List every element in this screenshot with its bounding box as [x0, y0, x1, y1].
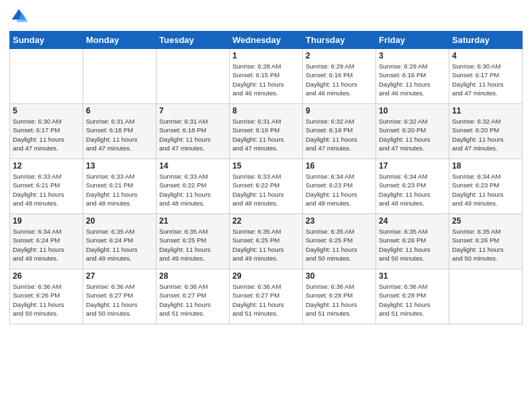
day-info: Sunrise: 6:34 AM Sunset: 6:24 PM Dayligh… [13, 227, 80, 263]
day-info: Sunrise: 6:29 AM Sunset: 6:16 PM Dayligh… [306, 62, 373, 97]
calendar-cell [83, 49, 157, 104]
day-number: 18 [452, 161, 519, 171]
day-number: 9 [306, 106, 373, 116]
calendar-cell: 15Sunrise: 6:33 AM Sunset: 6:22 PM Dayli… [230, 159, 303, 214]
day-info: Sunrise: 6:36 AM Sunset: 6:28 PM Dayligh… [379, 282, 446, 318]
day-info: Sunrise: 6:31 AM Sunset: 6:18 PM Dayligh… [159, 117, 226, 152]
day-info: Sunrise: 6:30 AM Sunset: 6:17 PM Dayligh… [452, 62, 519, 97]
day-number: 25 [452, 216, 519, 226]
day-number: 20 [86, 216, 153, 226]
calendar-cell: 10Sunrise: 6:32 AM Sunset: 6:20 PM Dayli… [376, 104, 449, 159]
day-info: Sunrise: 6:36 AM Sunset: 6:27 PM Dayligh… [86, 282, 153, 318]
day-number: 23 [306, 216, 373, 226]
day-number: 16 [306, 161, 373, 171]
day-number: 30 [306, 271, 373, 281]
calendar-cell: 21Sunrise: 6:35 AM Sunset: 6:25 PM Dayli… [157, 214, 230, 269]
calendar-cell: 4Sunrise: 6:30 AM Sunset: 6:17 PM Daylig… [449, 49, 523, 104]
day-info: Sunrise: 6:28 AM Sunset: 6:15 PM Dayligh… [232, 62, 300, 97]
calendar-cell: 20Sunrise: 6:35 AM Sunset: 6:24 PM Dayli… [83, 214, 157, 269]
calendar-cell: 31Sunrise: 6:36 AM Sunset: 6:28 PM Dayli… [376, 269, 449, 324]
day-info: Sunrise: 6:29 AM Sunset: 6:16 PM Dayligh… [379, 62, 446, 97]
day-number: 22 [232, 216, 300, 226]
calendar-cell: 19Sunrise: 6:34 AM Sunset: 6:24 PM Dayli… [10, 214, 83, 269]
day-number: 4 [452, 51, 519, 60]
calendar-week-5: 26Sunrise: 6:36 AM Sunset: 6:26 PM Dayli… [10, 269, 523, 324]
day-info: Sunrise: 6:34 AM Sunset: 6:23 PM Dayligh… [379, 172, 446, 208]
day-info: Sunrise: 6:36 AM Sunset: 6:27 PM Dayligh… [159, 282, 226, 318]
calendar-week-1: 1Sunrise: 6:28 AM Sunset: 6:15 PM Daylig… [10, 49, 523, 104]
calendar-cell: 18Sunrise: 6:34 AM Sunset: 6:23 PM Dayli… [449, 159, 523, 214]
day-number: 27 [86, 271, 153, 281]
day-number: 19 [13, 216, 80, 226]
weekday-sunday: Sunday [10, 32, 83, 49]
weekday-friday: Friday [376, 32, 449, 49]
calendar-cell: 30Sunrise: 6:36 AM Sunset: 6:28 PM Dayli… [303, 269, 376, 324]
weekday-header-row: SundayMondayTuesdayWednesdayThursdayFrid… [10, 32, 523, 49]
day-info: Sunrise: 6:35 AM Sunset: 6:26 PM Dayligh… [452, 227, 519, 263]
weekday-tuesday: Tuesday [157, 32, 230, 49]
calendar-cell: 3Sunrise: 6:29 AM Sunset: 6:16 PM Daylig… [376, 49, 449, 104]
day-number: 2 [306, 51, 373, 60]
day-number: 10 [379, 106, 446, 116]
day-number: 29 [232, 271, 300, 281]
weekday-saturday: Saturday [449, 32, 523, 49]
calendar-cell: 12Sunrise: 6:33 AM Sunset: 6:21 PM Dayli… [10, 159, 83, 214]
day-info: Sunrise: 6:36 AM Sunset: 6:26 PM Dayligh… [13, 282, 80, 318]
day-number: 8 [232, 106, 300, 116]
calendar-cell [157, 49, 230, 104]
day-info: Sunrise: 6:35 AM Sunset: 6:25 PM Dayligh… [159, 227, 226, 263]
day-info: Sunrise: 6:31 AM Sunset: 6:18 PM Dayligh… [86, 117, 153, 152]
day-number: 28 [159, 271, 226, 281]
day-info: Sunrise: 6:32 AM Sunset: 6:20 PM Dayligh… [379, 117, 446, 152]
calendar-cell [449, 269, 523, 324]
page: SundayMondayTuesdayWednesdayThursdayFrid… [0, 0, 532, 411]
calendar: SundayMondayTuesdayWednesdayThursdayFrid… [9, 31, 523, 324]
day-number: 12 [13, 161, 80, 171]
calendar-cell: 22Sunrise: 6:35 AM Sunset: 6:25 PM Dayli… [230, 214, 303, 269]
day-number: 26 [13, 271, 80, 281]
calendar-cell: 25Sunrise: 6:35 AM Sunset: 6:26 PM Dayli… [449, 214, 523, 269]
day-number: 31 [379, 271, 446, 281]
day-info: Sunrise: 6:33 AM Sunset: 6:21 PM Dayligh… [13, 172, 80, 208]
day-info: Sunrise: 6:34 AM Sunset: 6:23 PM Dayligh… [306, 172, 373, 208]
calendar-cell: 17Sunrise: 6:34 AM Sunset: 6:23 PM Dayli… [376, 159, 449, 214]
calendar-cell: 8Sunrise: 6:31 AM Sunset: 6:19 PM Daylig… [230, 104, 303, 159]
logo [9, 7, 31, 26]
day-info: Sunrise: 6:35 AM Sunset: 6:26 PM Dayligh… [379, 227, 446, 263]
day-number: 6 [86, 106, 153, 116]
day-number: 11 [452, 106, 519, 116]
calendar-cell: 24Sunrise: 6:35 AM Sunset: 6:26 PM Dayli… [376, 214, 449, 269]
day-number: 24 [379, 216, 446, 226]
calendar-cell: 6Sunrise: 6:31 AM Sunset: 6:18 PM Daylig… [83, 104, 157, 159]
day-number: 13 [86, 161, 153, 171]
calendar-cell: 5Sunrise: 6:30 AM Sunset: 6:17 PM Daylig… [10, 104, 83, 159]
calendar-cell: 26Sunrise: 6:36 AM Sunset: 6:26 PM Dayli… [10, 269, 83, 324]
logo-icon [9, 7, 28, 26]
day-number: 17 [379, 161, 446, 171]
day-info: Sunrise: 6:35 AM Sunset: 6:25 PM Dayligh… [306, 227, 373, 263]
day-info: Sunrise: 6:31 AM Sunset: 6:19 PM Dayligh… [232, 117, 300, 152]
calendar-cell: 14Sunrise: 6:33 AM Sunset: 6:22 PM Dayli… [157, 159, 230, 214]
day-info: Sunrise: 6:33 AM Sunset: 6:22 PM Dayligh… [232, 172, 300, 208]
day-info: Sunrise: 6:32 AM Sunset: 6:20 PM Dayligh… [452, 117, 519, 152]
day-info: Sunrise: 6:34 AM Sunset: 6:23 PM Dayligh… [452, 172, 519, 208]
calendar-week-4: 19Sunrise: 6:34 AM Sunset: 6:24 PM Dayli… [10, 214, 523, 269]
weekday-wednesday: Wednesday [230, 32, 303, 49]
day-info: Sunrise: 6:32 AM Sunset: 6:19 PM Dayligh… [306, 117, 373, 152]
calendar-cell: 23Sunrise: 6:35 AM Sunset: 6:25 PM Dayli… [303, 214, 376, 269]
day-number: 7 [159, 106, 226, 116]
calendar-cell: 16Sunrise: 6:34 AM Sunset: 6:23 PM Dayli… [303, 159, 376, 214]
day-number: 3 [379, 51, 446, 60]
day-number: 14 [159, 161, 226, 171]
calendar-cell: 27Sunrise: 6:36 AM Sunset: 6:27 PM Dayli… [83, 269, 157, 324]
day-info: Sunrise: 6:36 AM Sunset: 6:27 PM Dayligh… [232, 282, 300, 318]
calendar-cell [10, 49, 83, 104]
day-info: Sunrise: 6:33 AM Sunset: 6:21 PM Dayligh… [86, 172, 153, 208]
calendar-cell: 29Sunrise: 6:36 AM Sunset: 6:27 PM Dayli… [230, 269, 303, 324]
calendar-cell: 7Sunrise: 6:31 AM Sunset: 6:18 PM Daylig… [157, 104, 230, 159]
calendar-cell: 2Sunrise: 6:29 AM Sunset: 6:16 PM Daylig… [303, 49, 376, 104]
day-info: Sunrise: 6:33 AM Sunset: 6:22 PM Dayligh… [159, 172, 226, 208]
weekday-thursday: Thursday [303, 32, 376, 49]
calendar-cell: 13Sunrise: 6:33 AM Sunset: 6:21 PM Dayli… [83, 159, 157, 214]
calendar-cell: 1Sunrise: 6:28 AM Sunset: 6:15 PM Daylig… [230, 49, 303, 104]
